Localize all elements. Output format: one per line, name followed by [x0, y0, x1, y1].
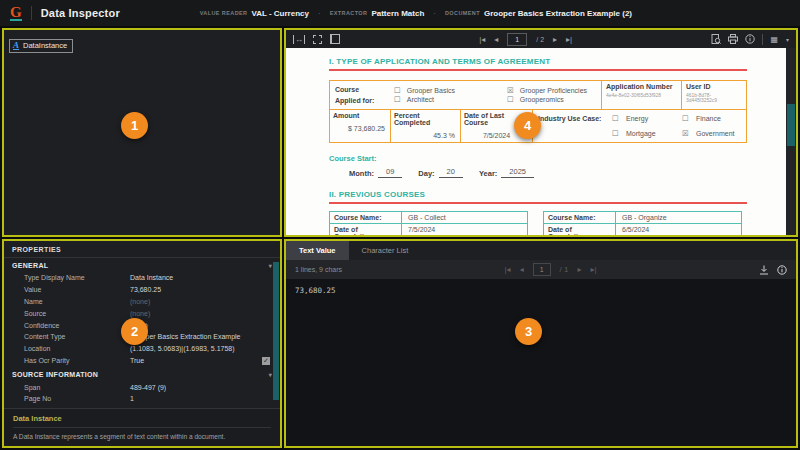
breadcrumb-label-document: DOCUMENT — [445, 10, 480, 16]
tree-node-label: DataInstance — [23, 41, 67, 50]
chevron-down-icon[interactable]: ▾ — [786, 36, 789, 43]
chevron-down-icon: ▾ — [269, 371, 272, 378]
course-option: ☐ Grooperomics — [507, 96, 601, 103]
application-number-cell: Application Number 4e4e-8e02-30f65d53f92… — [601, 81, 681, 109]
tab-character-list[interactable]: Character List — [349, 241, 422, 260]
breadcrumb-extractor: Pattern Match — [371, 9, 424, 18]
annotation-marker-4: 4 — [514, 112, 541, 139]
document-viewer-panel: ↔ |◂ ◂ 1 / 2 ▸ ▸| — [284, 28, 798, 237]
checkbox-icon: ☐ — [394, 87, 401, 94]
current-page-input[interactable]: 1 — [507, 33, 527, 46]
form-section1-title: I. TYPE OF APPLICATION AND TERMS OF AGRE… — [329, 57, 747, 66]
previous-course-table: Course Name:GB - Organize Date of Comple… — [543, 211, 742, 237]
course-applied-label: Course Applied for: — [330, 81, 394, 109]
info-icon[interactable] — [745, 34, 755, 44]
line-char-status: 1 lines, 9 chars — [295, 266, 342, 273]
next-page-icon[interactable]: ▸ — [577, 265, 581, 274]
properties-scrollbar[interactable] — [273, 257, 279, 444]
data-inspector-app: G Data Inspector VALUE READER VAL - Curr… — [0, 0, 800, 450]
course-option-label: Architect — [407, 96, 434, 103]
section-rule — [329, 69, 747, 71]
first-page-icon[interactable]: |◂ — [505, 265, 511, 274]
description-body: A Data Instance represents a segment of … — [13, 432, 271, 442]
ocr-parity-checkbox[interactable]: ✓ — [262, 357, 270, 365]
last-page-icon[interactable]: ▸| — [566, 35, 572, 44]
industry-option-label: Energy — [626, 115, 682, 122]
text-value-panel: Text Value Character List 1 lines, 9 cha… — [284, 239, 798, 448]
property-row[interactable]: Has Ocr Parity True ✓ — [4, 354, 280, 367]
data-instance-icon: A — [13, 41, 19, 50]
property-row[interactable]: Name(none) — [4, 296, 280, 308]
industry-option-label: Finance — [696, 115, 741, 122]
breadcrumb-document: Grooper Basics Extraction Example (2) — [484, 9, 632, 18]
grooper-logo-icon[interactable]: G — [10, 6, 22, 21]
first-page-icon[interactable]: |◂ — [479, 35, 485, 44]
text-page-navigation: |◂ ◂ 1 / 1 ▸ ▸| — [342, 263, 759, 276]
section-header-source-information[interactable]: SOURCE INFORMATION ▾ — [4, 367, 280, 381]
checkbox-icon: ☐ — [682, 115, 696, 122]
checkbox-icon: ☐ — [394, 96, 401, 103]
percent-completed-cell: Percent Completed 45.3 % — [391, 110, 461, 142]
fit-width-icon[interactable]: ↔ — [293, 35, 305, 44]
document-page: I. TYPE OF APPLICATION AND TERMS OF AGRE… — [286, 48, 796, 235]
tree-node-data-instance[interactable]: A DataInstance — [9, 39, 73, 53]
day-value: 20 — [439, 167, 463, 178]
user-id-cell: User ID 461b-8d78-3d445f3252c9 — [681, 81, 746, 109]
property-row[interactable]: Source(none) — [4, 307, 280, 319]
month-value: 09 — [378, 167, 402, 178]
current-page-input[interactable]: 1 — [533, 263, 551, 276]
page-total: / 1 — [560, 265, 569, 274]
page-navigation: |◂ ◂ 1 / 2 ▸ ▸| — [340, 33, 711, 46]
section-header-general[interactable]: GENERAL ▾ — [4, 258, 280, 272]
text-panel-toolbar: 1 lines, 9 chars |◂ ◂ 1 / 1 ▸ ▸| — [286, 260, 796, 279]
next-page-icon[interactable]: ▸ — [553, 35, 557, 44]
marquee-zoom-icon[interactable] — [313, 35, 322, 44]
copy-pages-icon[interactable] — [330, 34, 340, 44]
course-start-block: Course Start: Month:09 Day:20 Year:2025 — [329, 154, 747, 178]
breadcrumb-separator: · — [318, 9, 321, 18]
download-icon[interactable] — [759, 265, 769, 275]
property-row[interactable]: Span489-497 (9) — [4, 381, 280, 393]
breadcrumb-label-extractor: EXTRACTOR — [330, 10, 368, 16]
print-icon[interactable] — [728, 34, 738, 44]
prev-page-icon[interactable]: ◂ — [494, 35, 498, 44]
last-page-icon[interactable]: ▸| — [590, 265, 596, 274]
course-option: ☐ Architect — [394, 96, 507, 103]
toolbar-divider — [31, 6, 32, 20]
course-option-label: Grooper Basics — [407, 87, 455, 94]
industry-option-label: Mortgage — [626, 130, 682, 137]
text-value-content: 73,680.25 — [286, 279, 796, 446]
property-row[interactable]: Value73,680.25 — [4, 284, 280, 296]
annotation-marker-3: 3 — [515, 318, 542, 345]
checkbox-icon: ☒ — [507, 87, 514, 94]
toolbar-separator — [762, 34, 763, 45]
year-value: 2025 — [501, 167, 534, 178]
amount-cell: Amount $ 73,680.25 — [330, 110, 391, 142]
property-row[interactable]: Type Display NameData Instance — [4, 272, 280, 284]
course-option: ☒ Grooper Proficiencies — [507, 87, 601, 94]
chevron-down-icon: ▾ — [269, 262, 272, 269]
page-title: Data Inspector — [41, 7, 120, 19]
previous-course-table: Course Name:GB - Collect Date of Complet… — [329, 211, 528, 237]
property-row[interactable]: Page No1 — [4, 393, 280, 405]
course-option-label: Grooperomics — [520, 96, 564, 103]
prev-page-icon[interactable]: ◂ — [520, 265, 524, 274]
property-row[interactable]: Location(1.1083, 5.0683)|(1.6983, 5.1758… — [4, 343, 280, 355]
industry-use-case-cell: Industry Use Case: ☐ Energy ☐ Finance ☐ … — [533, 110, 746, 142]
industry-option-label: Government — [696, 130, 741, 137]
property-description: Data Instance A Data Instance represents… — [4, 408, 280, 448]
scrollbar-thumb[interactable] — [273, 262, 279, 400]
breadcrumb-separator: · — [433, 9, 436, 18]
document-scrollbar[interactable] — [786, 48, 796, 235]
checkbox-icon: ☐ — [507, 96, 514, 103]
document-toolbar: ↔ |◂ ◂ 1 / 2 ▸ ▸| — [286, 30, 796, 48]
description-heading: Data Instance — [13, 414, 271, 428]
ocr-data-icon[interactable]: ▦ — [770, 35, 779, 44]
info-icon[interactable] — [777, 265, 787, 275]
page-preview-icon[interactable] — [711, 34, 721, 44]
scrollbar-thumb[interactable] — [787, 104, 795, 146]
tab-text-value[interactable]: Text Value — [286, 241, 349, 260]
top-bar: G Data Inspector VALUE READER VAL - Curr… — [0, 0, 800, 26]
section-rule — [329, 202, 747, 204]
annotation-marker-2: 2 — [121, 318, 148, 345]
